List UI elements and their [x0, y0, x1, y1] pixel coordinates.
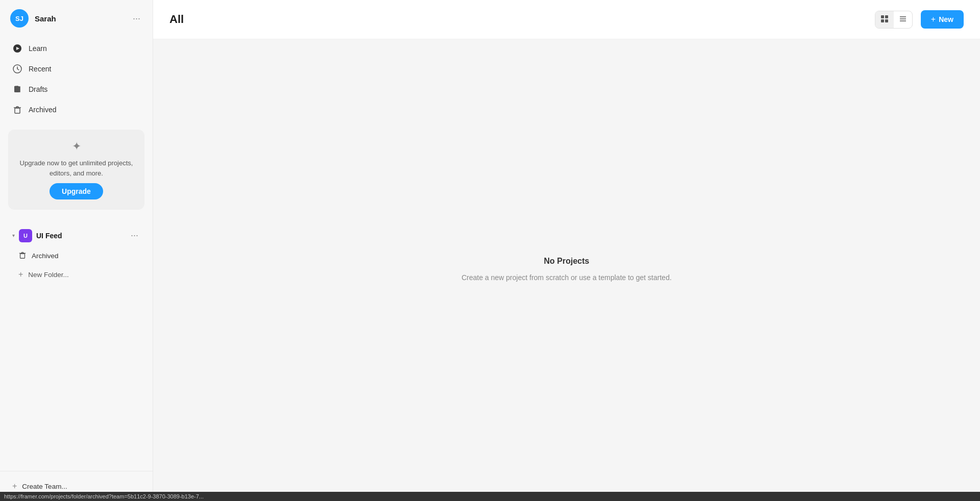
draft-icon: [12, 84, 22, 94]
team-name: UI Feed: [36, 232, 125, 240]
main-content: No Projects Create a new project from sc…: [153, 39, 980, 501]
svg-rect-15: [881, 15, 884, 18]
svg-rect-18: [885, 19, 888, 22]
sparkle-icon: ✦: [72, 140, 81, 153]
team-section: ▾ U UI Feed ··· Archived: [0, 218, 153, 471]
plus-icon: +: [18, 270, 23, 279]
nav-list: Learn Recent Drafts: [0, 37, 153, 121]
clock-icon: [12, 64, 22, 74]
user-more-button[interactable]: ···: [131, 11, 142, 26]
sidebar-header: SJ Sarah ···: [0, 0, 153, 37]
page-title: All: [169, 13, 867, 26]
new-button[interactable]: + New: [921, 10, 964, 29]
team-trash-icon: [18, 251, 27, 261]
upgrade-button[interactable]: Upgrade: [50, 183, 103, 199]
create-team-label: Create Team...: [22, 483, 67, 490]
nav-label-drafts: Drafts: [29, 85, 47, 93]
team-nav-archived-label: Archived: [32, 252, 59, 260]
upgrade-card: ✦ Upgrade now to get unlimited projects,…: [8, 130, 144, 210]
chevron-down-icon: ▾: [12, 233, 15, 238]
trash-icon: [12, 105, 22, 115]
grid-icon: [880, 15, 889, 24]
play-circle-icon: [12, 43, 22, 54]
team-nav: Archived + New Folder...: [6, 247, 146, 283]
nav-label-archived: Archived: [29, 106, 56, 114]
list-view-button[interactable]: [894, 11, 912, 28]
new-folder-label: New Folder...: [28, 271, 69, 279]
nav-label-learn: Learn: [29, 44, 47, 53]
team-header[interactable]: ▾ U UI Feed ···: [6, 224, 146, 247]
empty-state-title: No Projects: [544, 257, 590, 266]
svg-rect-5: [15, 108, 20, 113]
list-icon: [899, 15, 907, 24]
create-plus-icon: +: [12, 482, 17, 491]
svg-rect-17: [881, 19, 884, 22]
new-button-label: New: [939, 15, 953, 23]
main-header: All: [153, 0, 980, 39]
svg-rect-10: [20, 254, 25, 258]
empty-state-subtitle: Create a new project from scratch or use…: [461, 272, 672, 283]
view-toggle: [875, 11, 913, 29]
grid-view-button[interactable]: [875, 11, 894, 28]
status-bar: https://framer.com/projects/folder/archi…: [0, 492, 980, 501]
sidebar-item-drafts[interactable]: Drafts: [6, 80, 146, 99]
sidebar-item-recent[interactable]: Recent: [6, 59, 146, 79]
team-more-button[interactable]: ···: [129, 228, 140, 243]
more-icon: ···: [133, 13, 140, 24]
main-panel: All: [153, 0, 980, 501]
team-more-icon: ···: [131, 230, 138, 241]
status-url: https://framer.com/projects/folder/archi…: [4, 493, 204, 499]
username: Sarah: [35, 14, 125, 23]
nav-label-recent: Recent: [29, 65, 51, 73]
sidebar-item-archived[interactable]: Archived: [6, 100, 146, 119]
team-nav-archived[interactable]: Archived: [12, 247, 140, 265]
new-plus-icon: +: [931, 15, 936, 24]
sidebar: SJ Sarah ··· Learn Recen: [0, 0, 153, 501]
new-folder-item[interactable]: + New Folder...: [12, 266, 140, 283]
upgrade-text: Upgrade now to get unlimited projects, e…: [16, 158, 136, 178]
team-avatar: U: [19, 229, 32, 242]
user-avatar: SJ: [10, 9, 29, 28]
sidebar-item-learn[interactable]: Learn: [6, 39, 146, 58]
svg-line-4: [17, 69, 19, 70]
svg-rect-16: [885, 15, 888, 18]
